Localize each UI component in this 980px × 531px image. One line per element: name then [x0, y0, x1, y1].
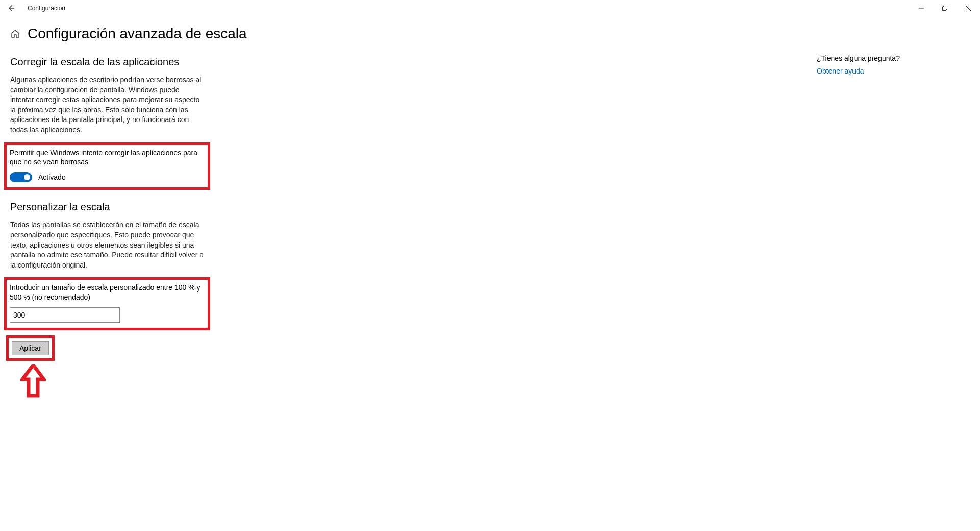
left-column: Corregir la escala de las aplicaciones A…: [10, 51, 204, 402]
back-button[interactable]: [3, 0, 19, 16]
home-icon-svg: [11, 29, 20, 38]
fix-scaling-toggle-row: Activado: [10, 172, 205, 182]
app-title: Configuración: [28, 5, 65, 12]
right-column: ¿Tienes alguna pregunta? Obtener ayuda: [817, 51, 970, 402]
page-header: Configuración avanzada de escala: [0, 16, 980, 47]
maximize-icon: [942, 6, 947, 11]
close-icon: [966, 6, 971, 11]
section-fix-scaling-heading: Corregir la escala de las aplicaciones: [10, 56, 204, 68]
fix-scaling-toggle-label: Permitir que Windows intente corregir la…: [10, 148, 205, 167]
titlebar: Configuración: [0, 0, 980, 16]
help-heading: ¿Tienes alguna pregunta?: [817, 54, 949, 62]
section-fix-scaling-body: Algunas aplicaciones de escritorio podrí…: [10, 75, 204, 135]
close-button[interactable]: [957, 0, 980, 16]
highlight-toggle-box: Permitir que Windows intente corregir la…: [4, 142, 210, 190]
titlebar-left: Configuración: [3, 0, 65, 16]
page-title: Configuración avanzada de escala: [28, 26, 247, 42]
highlight-apply-box: Aplicar: [6, 335, 55, 361]
minimize-icon: [919, 6, 924, 11]
help-link[interactable]: Obtener ayuda: [817, 67, 864, 75]
section-custom-scaling-heading: Personalizar la escala: [10, 201, 204, 213]
main-area: Corregir la escala de las aplicaciones A…: [0, 47, 980, 402]
annotation-arrow-up-icon: [20, 364, 204, 402]
fix-scaling-toggle-status: Activado: [38, 173, 66, 181]
minimize-button[interactable]: [910, 0, 933, 16]
section-custom-scaling-body: Todas las pantallas se establecerán en e…: [10, 220, 204, 270]
fix-scaling-toggle[interactable]: [10, 172, 32, 182]
window-controls: [910, 0, 980, 16]
highlight-input-box: Introducir un tamaño de escala personali…: [4, 277, 210, 330]
custom-scale-input[interactable]: [10, 307, 120, 323]
apply-button[interactable]: Aplicar: [12, 341, 49, 355]
home-icon[interactable]: [10, 29, 20, 39]
svg-rect-0: [943, 7, 946, 11]
custom-scale-input-label: Introducir un tamaño de escala personali…: [10, 283, 205, 302]
toggle-knob: [24, 174, 30, 180]
maximize-button[interactable]: [933, 0, 957, 16]
arrow-left-icon: [7, 4, 15, 12]
